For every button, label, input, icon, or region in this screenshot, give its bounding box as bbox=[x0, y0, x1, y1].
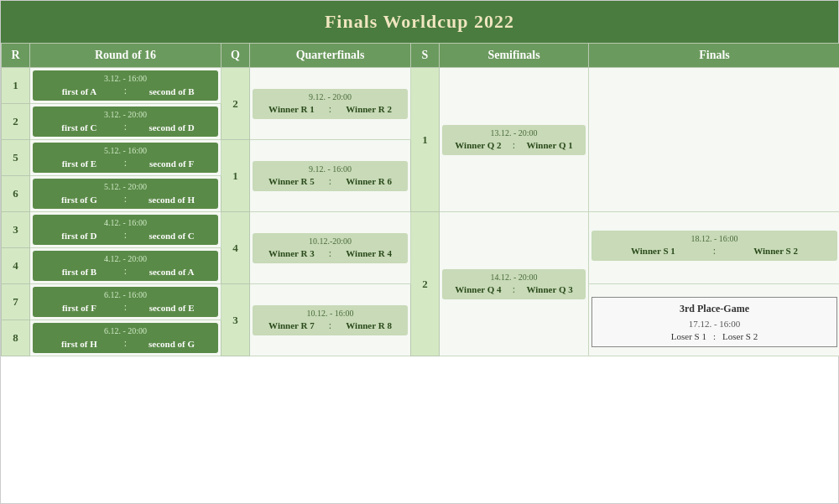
qf1-time: 9.12. - 16:00 bbox=[258, 164, 403, 174]
r7-time: 6.12. - 16:00 bbox=[38, 290, 213, 299]
qf3-team1: Winner R 7 bbox=[258, 320, 326, 330]
sf2-match: 14.12. - 20:00 Winner Q 4 : Winner Q 3 bbox=[440, 212, 589, 356]
qf4-team1: Winner R 3 bbox=[258, 248, 326, 258]
qf3-match: 10.12. - 16:00 Winner R 7 : Winner R 8 bbox=[250, 284, 411, 356]
r4-match: 4.12. - 20:00 first of B : second of A bbox=[30, 248, 221, 284]
final-team2: Winner S 2 bbox=[719, 246, 832, 256]
q4-index: 4 bbox=[221, 212, 250, 284]
s2-index: 2 bbox=[411, 212, 440, 356]
qf2-team1: Winner R 1 bbox=[258, 104, 326, 114]
r7-team1: first of F bbox=[38, 303, 121, 313]
r7-match: 6.12. - 16:00 first of F : second of E bbox=[30, 284, 221, 320]
r1-team1: first of A bbox=[38, 86, 121, 96]
final-time: 18.12. - 16:00 bbox=[597, 234, 832, 243]
third-place-team1: Loser S 1 bbox=[671, 331, 706, 341]
r5-time: 5.12. - 16:00 bbox=[38, 146, 213, 155]
r2-index: 2 bbox=[2, 104, 30, 140]
r8-time: 6.12. - 20:00 bbox=[38, 326, 213, 335]
r4-index: 4 bbox=[2, 248, 30, 284]
sf1-match: 13.12. - 20:00 Winner Q 2 : Winner Q 1 bbox=[440, 68, 589, 212]
col-q-header: Q bbox=[221, 44, 250, 68]
r3-index: 3 bbox=[2, 212, 30, 248]
r5-team1: first of E bbox=[38, 158, 121, 169]
qf3-time: 10.12. - 16:00 bbox=[258, 309, 403, 318]
col-sf-header: Semifinals bbox=[440, 44, 589, 68]
r8-team2: second of G bbox=[130, 339, 213, 349]
sf1-team2: Winner Q 1 bbox=[519, 140, 581, 150]
qf1-team2: Winner R 6 bbox=[335, 176, 403, 186]
r6-team1: first of G bbox=[38, 195, 121, 205]
third-place-colon: : bbox=[713, 331, 716, 341]
col-qf-header: Quarterfinals bbox=[250, 44, 411, 68]
qf4-match: 10.12.-20:00 Winner R 3 : Winner R 4 bbox=[250, 212, 411, 284]
third-place-title: 3rd Place-Game bbox=[599, 303, 830, 315]
r8-index: 8 bbox=[2, 320, 30, 356]
r3-team2: second of C bbox=[130, 231, 213, 241]
col-round16-header: Round of 16 bbox=[30, 44, 221, 68]
r5-index: 5 bbox=[2, 140, 30, 176]
col-finals-header: Finals bbox=[589, 44, 840, 68]
q3-index: 3 bbox=[221, 284, 250, 356]
r4-team2: second of A bbox=[130, 267, 213, 277]
r3-time: 4.12. - 16:00 bbox=[38, 218, 213, 227]
r8-team1: first of H bbox=[38, 339, 121, 349]
r1-index: 1 bbox=[2, 68, 30, 104]
qf3-team2: Winner R 8 bbox=[335, 320, 403, 330]
r4-team1: first of B bbox=[38, 267, 121, 277]
s1-index: 1 bbox=[411, 68, 440, 212]
final-team1: Winner S 1 bbox=[597, 246, 710, 256]
third-place-box: 3rd Place-Game 17.12. - 16:00 Loser S 1 … bbox=[591, 297, 837, 347]
r5-match: 5.12. - 16:00 first of E : second of F bbox=[30, 140, 221, 176]
qf2-team2: Winner R 2 bbox=[335, 104, 403, 114]
r5-team2: second of F bbox=[130, 158, 213, 169]
col-s-header: S bbox=[411, 44, 440, 68]
sf2-team2: Winner Q 3 bbox=[519, 284, 581, 294]
third-place-team2: Loser S 2 bbox=[722, 331, 758, 341]
page-title: Finals Worldcup 2022 bbox=[1, 1, 838, 43]
third-place-cell: 3rd Place-Game 17.12. - 16:00 Loser S 1 … bbox=[589, 284, 840, 356]
r2-match: 3.12. - 20:00 first of C : second of D bbox=[30, 104, 221, 140]
r3-team1: first of D bbox=[38, 231, 121, 241]
qf1-team1: Winner R 5 bbox=[258, 176, 326, 186]
q2-index: 2 bbox=[221, 68, 250, 140]
r6-match: 5.12. - 20:00 first of G : second of H bbox=[30, 176, 221, 212]
r2-team2: second of D bbox=[130, 122, 213, 132]
r3-match: 4.12. - 16:00 first of D : second of C bbox=[30, 212, 221, 248]
sf1-time: 13.12. - 20:00 bbox=[447, 128, 581, 138]
r1-match: 3.12. - 16:00 first of A : second of B bbox=[30, 68, 221, 104]
r1-time: 3.12. - 16:00 bbox=[38, 74, 213, 83]
qf2-time: 9.12. - 20:00 bbox=[258, 92, 403, 101]
r7-index: 7 bbox=[2, 284, 30, 320]
sf2-time: 14.12. - 20:00 bbox=[447, 273, 581, 282]
third-place-time: 17.12. - 16:00 bbox=[599, 319, 830, 329]
r6-time: 5.12. - 20:00 bbox=[38, 182, 213, 191]
sf2-team1: Winner Q 4 bbox=[447, 284, 509, 294]
sf1-team1: Winner Q 2 bbox=[447, 140, 509, 150]
col-r-header: R bbox=[2, 44, 30, 68]
qf1-match: 9.12. - 16:00 Winner R 5 : Winner R 6 bbox=[250, 140, 411, 212]
finals-top-cell bbox=[589, 68, 840, 212]
q1-index: 1 bbox=[221, 140, 250, 212]
qf2-match: 9.12. - 20:00 Winner R 1 : Winner R 2 bbox=[250, 68, 411, 140]
r8-match: 6.12. - 20:00 first of H : second of G bbox=[30, 320, 221, 356]
finals-match-cell: 18.12. - 16:00 Winner S 1 : Winner S 2 bbox=[589, 212, 840, 284]
r6-index: 6 bbox=[2, 176, 30, 212]
r4-time: 4.12. - 20:00 bbox=[38, 254, 213, 263]
qf4-time: 10.12.-20:00 bbox=[258, 236, 403, 246]
r2-team1: first of C bbox=[38, 122, 121, 132]
r2-time: 3.12. - 20:00 bbox=[38, 110, 213, 119]
r7-team2: second of E bbox=[130, 303, 213, 313]
r6-team2: second of H bbox=[130, 195, 213, 205]
qf4-team2: Winner R 4 bbox=[335, 248, 403, 258]
r1-team2: second of B bbox=[130, 86, 213, 96]
